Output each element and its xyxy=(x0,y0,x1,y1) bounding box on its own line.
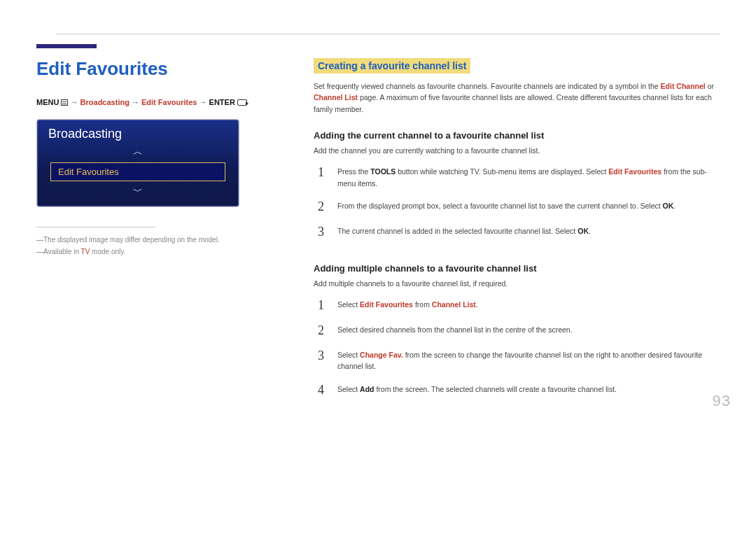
footnote-1: ―The displayed image may differ dependin… xyxy=(36,236,274,244)
footnote-2-post: mode only. xyxy=(90,248,125,255)
step-1-1: 1Press the TOOLS button while watching T… xyxy=(318,162,720,197)
intro-hl-channel-list: Channel List xyxy=(314,93,358,101)
step-2-3: 3Select Change Fav. from the screen to c… xyxy=(318,345,720,380)
intro-pre: Set frequently viewed channels as favour… xyxy=(314,82,661,90)
section-intro: Set frequently viewed channels as favour… xyxy=(314,80,720,115)
footnote-2: ―Available in TV mode only. xyxy=(36,248,274,255)
intro-mid: or xyxy=(706,82,714,90)
step-number: 3 xyxy=(318,225,328,239)
tv-panel-title: Broadcasting xyxy=(44,125,232,146)
footnote-2-hl: TV xyxy=(81,248,90,255)
crumb-arrow-3: → xyxy=(200,98,207,106)
step-number: 2 xyxy=(318,324,328,338)
page: Edit Favourites MENU → Broadcasting → Ed… xyxy=(0,0,756,421)
chevron-down-icon: ﹀ xyxy=(133,185,143,198)
steps-list-1: 1Press the TOOLS button while watching T… xyxy=(314,162,720,246)
step-2-2: 2Select desired channels from the channe… xyxy=(318,320,720,345)
crumb-edit-favourites: Edit Favourites xyxy=(141,98,197,106)
footnote-2-pre: Available in xyxy=(43,248,81,255)
tv-preview-panel: Broadcasting ︿ Edit Favourites ﹀ xyxy=(36,119,239,207)
page-title: Edit Favourites xyxy=(36,58,274,80)
step-1-2: 2From the displayed prompt box, select a… xyxy=(318,196,720,221)
notes-divider xyxy=(36,227,155,227)
breadcrumb: MENU → Broadcasting → Edit Favourites → … xyxy=(36,98,274,106)
crumb-menu-label: MENU xyxy=(36,98,59,106)
footnote-1-text: The displayed image may differ depending… xyxy=(43,236,220,244)
menu-icon xyxy=(61,99,68,106)
step-number: 3 xyxy=(318,349,328,373)
chevron-up-icon: ︿ xyxy=(133,146,143,158)
steps-list-2: 1Select Edit Favourites from Channel Lis… xyxy=(314,295,720,405)
step-number: 4 xyxy=(318,384,328,398)
subheading-2: Adding multiple channels to a favourite … xyxy=(314,263,720,274)
subheading-1: Adding the current channel to a favourit… xyxy=(314,130,720,141)
step-2-1: 1Select Edit Favourites from Channel Lis… xyxy=(318,295,720,320)
tv-selected-item: Edit Favourites xyxy=(50,162,225,181)
enter-icon xyxy=(237,99,247,106)
step-2-4: 4Select Add from the screen. The selecte… xyxy=(318,379,720,405)
step-number: 1 xyxy=(318,299,328,313)
step-1-3: 3The current channel is added in the sel… xyxy=(318,221,720,246)
page-number: 93 xyxy=(713,392,731,410)
section-heading: Creating a favourite channel list xyxy=(314,58,470,73)
lead-1: Add the channel you are currently watchi… xyxy=(314,146,720,155)
left-column: Edit Favourites MENU → Broadcasting → Ed… xyxy=(36,58,274,421)
crumb-broadcasting: Broadcasting xyxy=(80,98,130,106)
right-column: Creating a favourite channel list Set fr… xyxy=(314,58,720,421)
header-rule xyxy=(56,34,720,34)
crumb-arrow-1: → xyxy=(71,98,78,106)
step-number: 2 xyxy=(318,200,328,214)
intro-hl-edit-channel: Edit Channel xyxy=(661,82,706,90)
crumb-enter-label: ENTER xyxy=(209,98,235,106)
step-number: 1 xyxy=(318,166,328,190)
intro-post: page. A maximum of five favourite channe… xyxy=(314,93,712,113)
header-accent-bar xyxy=(36,44,97,48)
lead-2: Add multiple channels to a favourite cha… xyxy=(314,279,720,288)
crumb-arrow-2: → xyxy=(132,98,139,106)
